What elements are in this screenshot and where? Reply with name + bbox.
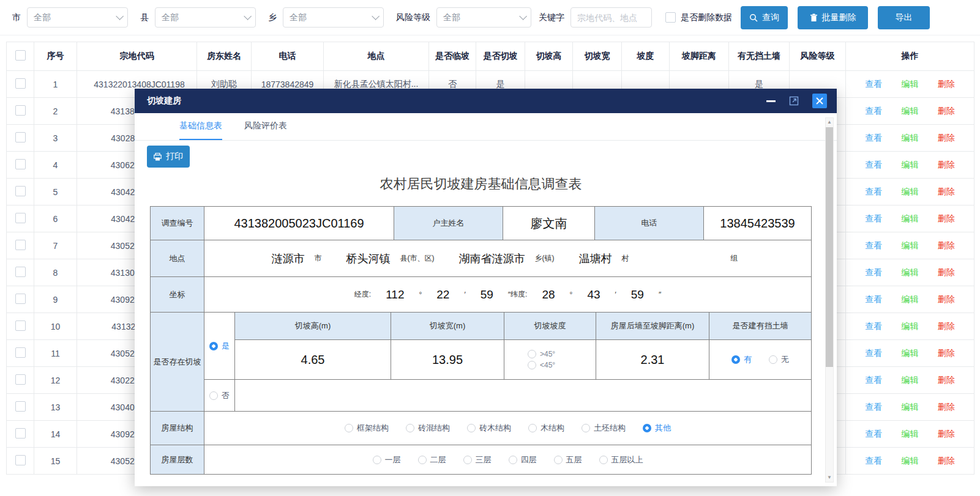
view-link[interactable]: 查看 (865, 187, 882, 198)
delete-link[interactable]: 删除 (938, 267, 955, 278)
minimize-icon[interactable] (766, 100, 776, 102)
delete-link[interactable]: 删除 (938, 240, 955, 251)
query-button[interactable]: 查询 (741, 6, 788, 29)
edit-link[interactable]: 编辑 (902, 402, 919, 413)
slope-degree-option[interactable]: >45° (528, 350, 555, 358)
delete-link[interactable]: 删除 (938, 294, 955, 305)
edit-link[interactable]: 编辑 (902, 267, 919, 278)
structure-option[interactable]: 砖混结构 (406, 423, 450, 434)
structure-option[interactable]: 框架结构 (345, 423, 389, 434)
edit-link[interactable]: 编辑 (902, 240, 919, 251)
delete-link[interactable]: 删除 (938, 429, 955, 440)
view-link[interactable]: 查看 (865, 106, 882, 117)
delete-link[interactable]: 删除 (938, 213, 955, 224)
delete-link[interactable]: 删除 (938, 402, 955, 413)
wall-option[interactable]: 无 (769, 354, 789, 365)
row-checkbox[interactable] (15, 267, 26, 277)
view-link[interactable]: 查看 (865, 294, 882, 305)
row-checkbox[interactable] (15, 401, 26, 412)
export-button[interactable]: 导出 (878, 6, 930, 29)
delete-link[interactable]: 删除 (938, 106, 955, 117)
floors-option[interactable]: 五层以上 (599, 454, 643, 465)
view-link[interactable]: 查看 (865, 321, 882, 332)
location-village-unit: 村 (622, 253, 629, 264)
delete-link[interactable]: 删除 (938, 375, 955, 386)
edit-link[interactable]: 编辑 (902, 294, 919, 305)
township-select[interactable]: 全部 (283, 7, 384, 28)
structure-option[interactable]: 其他 (643, 423, 671, 434)
scroll-up-icon[interactable]: ▲ (827, 118, 832, 127)
view-link[interactable]: 查看 (865, 267, 882, 278)
delete-link[interactable]: 删除 (938, 187, 955, 198)
view-link[interactable]: 查看 (865, 375, 882, 386)
view-link[interactable]: 查看 (865, 133, 882, 144)
tab-basic-info[interactable]: 基础信息表 (179, 120, 222, 140)
view-link[interactable]: 查看 (865, 429, 882, 440)
view-link[interactable]: 查看 (865, 240, 882, 251)
keyword-input[interactable] (570, 7, 652, 28)
scrollbar-thumb[interactable] (826, 127, 833, 367)
delete-link[interactable]: 删除 (938, 79, 955, 90)
row-checkbox[interactable] (15, 159, 26, 169)
select-all-checkbox[interactable] (15, 50, 26, 61)
row-checkbox[interactable] (15, 428, 26, 439)
structure-option[interactable]: 土坯结构 (582, 423, 626, 434)
row-checkbox[interactable] (15, 294, 26, 304)
floors-option[interactable]: 五层 (554, 454, 582, 465)
delete-link[interactable]: 删除 (938, 160, 955, 171)
county-select[interactable]: 全部 (155, 7, 256, 28)
view-link[interactable]: 查看 (865, 79, 882, 90)
risk-level-select[interactable]: 全部 (436, 7, 531, 28)
maximize-icon[interactable] (789, 96, 799, 106)
floors-option[interactable]: 三层 (463, 454, 492, 465)
edit-link[interactable]: 编辑 (902, 429, 919, 440)
radio-icon (418, 456, 427, 464)
wall-option[interactable]: 有 (731, 354, 752, 365)
view-link[interactable]: 查看 (865, 456, 882, 467)
row-checkbox[interactable] (15, 374, 26, 385)
slope-degree-option[interactable]: <45° (528, 361, 555, 369)
edit-link[interactable]: 编辑 (902, 213, 919, 224)
edit-link[interactable]: 编辑 (902, 133, 919, 144)
batch-delete-button[interactable]: 批量删除 (798, 6, 868, 29)
row-checkbox[interactable] (15, 240, 26, 250)
view-link[interactable]: 查看 (865, 348, 882, 359)
row-checkbox[interactable] (15, 213, 26, 223)
row-checkbox[interactable] (15, 455, 26, 465)
edit-link[interactable]: 编辑 (902, 106, 919, 117)
edit-link[interactable]: 编辑 (902, 321, 919, 332)
view-link[interactable]: 查看 (865, 213, 882, 224)
edit-link[interactable]: 编辑 (902, 375, 919, 386)
close-button[interactable] (812, 94, 827, 108)
scroll-down-icon[interactable]: ▼ (827, 473, 832, 482)
delete-link[interactable]: 删除 (938, 456, 955, 467)
deleted-data-checkbox[interactable] (665, 12, 676, 23)
cut-slope-yes-radio[interactable]: 是 (209, 341, 230, 352)
structure-option[interactable]: 木结构 (528, 423, 564, 434)
edit-link[interactable]: 编辑 (902, 187, 919, 198)
row-checkbox[interactable] (15, 347, 26, 358)
edit-link[interactable]: 编辑 (902, 456, 919, 467)
cut-slope-no-radio[interactable]: 否 (209, 390, 230, 401)
view-link[interactable]: 查看 (865, 402, 882, 413)
row-checkbox[interactable] (15, 132, 26, 143)
structure-option[interactable]: 砖木结构 (467, 423, 511, 434)
tab-risk-evaluation[interactable]: 风险评价表 (244, 120, 287, 140)
delete-link[interactable]: 删除 (938, 133, 955, 144)
edit-link[interactable]: 编辑 (902, 160, 919, 171)
row-checkbox[interactable] (15, 105, 26, 116)
floors-option[interactable]: 二层 (418, 454, 446, 465)
edit-link[interactable]: 编辑 (902, 348, 919, 359)
floors-option[interactable]: 一层 (373, 454, 401, 465)
row-checkbox[interactable] (15, 186, 26, 196)
city-select[interactable]: 全部 (27, 7, 128, 28)
row-checkbox[interactable] (15, 78, 26, 89)
edit-link[interactable]: 编辑 (902, 79, 919, 90)
row-checkbox[interactable] (15, 320, 26, 331)
print-button[interactable]: 打印 (147, 146, 190, 168)
delete-link[interactable]: 删除 (938, 348, 955, 359)
view-link[interactable]: 查看 (865, 160, 882, 171)
delete-link[interactable]: 删除 (938, 321, 955, 332)
deleted-data-checkbox-group[interactable]: 是否删除数据 (665, 12, 732, 23)
floors-option[interactable]: 四层 (509, 454, 537, 465)
